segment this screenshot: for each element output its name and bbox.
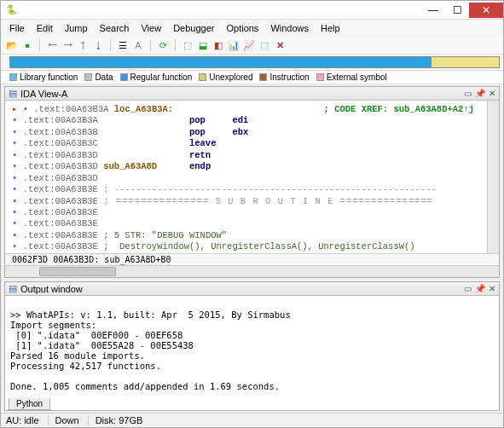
- fwd-icon[interactable]: ⭢: [61, 39, 73, 51]
- legend-label: Library function: [20, 72, 78, 82]
- menu-options[interactable]: Options: [221, 21, 264, 35]
- panel-popout-icon[interactable]: ▭: [464, 284, 472, 293]
- legend-swatch: [316, 73, 324, 81]
- code-line[interactable]: • .text:00A63B3D: [12, 173, 485, 184]
- legend-item: Unexplored: [199, 72, 252, 82]
- menu-help[interactable]: Help: [316, 21, 345, 35]
- code-line[interactable]: • .text:00A63B3D sub_A63A8D endp: [12, 161, 485, 172]
- ida-view-header: ▤ IDA View-A ▭ 📌 ✕: [5, 87, 499, 101]
- ida-view-title: IDA View-A: [20, 89, 67, 99]
- code-line[interactable]: ▸ • .text:00A63B3A loc_A63B3A: ; CODE XR…: [12, 104, 485, 115]
- legend-item: Data: [84, 72, 113, 82]
- legend-label: Instruction: [269, 72, 309, 82]
- app-icon: 🐍: [6, 4, 18, 15]
- code-line[interactable]: • .text:00A63B3B pop ebx: [12, 127, 485, 138]
- statusbar: AU: idle Down Disk: 97GB: [1, 413, 503, 427]
- navband-segment-code[interactable]: [9, 56, 432, 68]
- window-titlebar: 🐍 — ☐ ✕: [1, 1, 503, 20]
- code-line[interactable]: • .text:00A63B3E ; ---------------------…: [12, 184, 485, 195]
- menu-jump[interactable]: Jump: [60, 21, 93, 35]
- hex-icon[interactable]: ☰: [117, 39, 129, 51]
- code-line[interactable]: • .text:00A63B3E ; 5 STR: "DEBUG WINDOW": [12, 230, 485, 241]
- menu-debugger[interactable]: Debugger: [168, 21, 219, 35]
- panel-pin-icon[interactable]: 📌: [475, 89, 485, 98]
- code-line[interactable]: • .text:00A63B3A pop edi: [12, 115, 485, 126]
- legend-label: Unexplored: [209, 72, 252, 82]
- minimize-button[interactable]: —: [421, 3, 445, 18]
- maximize-button[interactable]: ☐: [445, 3, 469, 18]
- disassembly-view[interactable]: ▸ • .text:00A63B3A loc_A63B3A: ; CODE XR…: [5, 101, 487, 253]
- legend-swatch: [120, 73, 128, 81]
- back-icon[interactable]: ⭠: [46, 39, 58, 51]
- flow-icon[interactable]: ⬓: [197, 39, 209, 51]
- menu-windows[interactable]: Windows: [265, 21, 314, 35]
- output-title: Output window: [20, 284, 83, 294]
- delete-icon[interactable]: ✕: [274, 39, 286, 51]
- legend-item: Instruction: [259, 72, 309, 82]
- menu-view[interactable]: View: [136, 21, 166, 35]
- legend-item: Library function: [9, 72, 78, 82]
- graph-icon[interactable]: ◧: [212, 39, 224, 51]
- legend-swatch: [84, 73, 92, 81]
- vertical-scrollbar[interactable]: [487, 101, 499, 253]
- close-button[interactable]: ✕: [469, 3, 503, 18]
- code-line[interactable]: • .text:00A63B3C leave: [12, 138, 485, 149]
- output-header: ▤ Output window ▭ 📌 ✕: [5, 282, 499, 296]
- legend-item: External symbol: [316, 72, 387, 82]
- toolbar: 📂 ● ⭠ ⭢ ⭡ ⭣ ☰ A ⟳ ⬚ ⬓ ◧ 📊 📈 ⬚ ✕: [1, 37, 503, 55]
- status-direction: Down: [48, 415, 79, 425]
- menu-search[interactable]: Search: [95, 21, 135, 35]
- panel-popout-icon[interactable]: ▭: [464, 89, 472, 98]
- code-line[interactable]: • .text:00A63B3D retn: [12, 150, 485, 161]
- open-icon[interactable]: 📂: [6, 39, 18, 51]
- panel-pin-icon[interactable]: 📌: [475, 284, 485, 293]
- legend-swatch: [199, 73, 206, 81]
- down-icon[interactable]: ⭣: [92, 39, 104, 51]
- ida-view-panel: ▤ IDA View-A ▭ 📌 ✕ ▸ • .text:00A63B3A lo…: [4, 86, 500, 278]
- legend-item: Regular function: [120, 72, 193, 82]
- panel-close-icon[interactable]: ✕: [489, 284, 495, 293]
- output-text[interactable]: >> WhatAPIs: v: 1.1, built: Apr 5 2015, …: [5, 296, 499, 398]
- chart2-icon[interactable]: 📈: [243, 39, 255, 51]
- status-disk: Disk: 97GB: [88, 415, 143, 425]
- scroll-thumb[interactable]: [39, 267, 116, 276]
- panel-icon: ▤: [9, 88, 17, 99]
- asm-icon[interactable]: A: [132, 39, 144, 51]
- xref-icon[interactable]: ⬚: [182, 39, 194, 51]
- up-icon[interactable]: ⭡: [77, 39, 89, 51]
- ida-view-status: 0062F3D 00A63B3D: sub_A63A8D+B0: [5, 253, 499, 265]
- chart1-icon[interactable]: 📊: [228, 39, 240, 51]
- separator: [175, 39, 176, 51]
- legend-label: Regular function: [130, 72, 193, 82]
- legend-swatch: [9, 73, 17, 81]
- menu-file[interactable]: File: [4, 21, 30, 35]
- output-panel: ▤ Output window ▭ 📌 ✕ >> WhatAPIs: v: 1.…: [4, 281, 500, 411]
- struct-icon[interactable]: ⬚: [258, 39, 270, 51]
- legend-label: External symbol: [327, 72, 387, 82]
- code-line[interactable]: • .text:00A63B3E ; =============== S U B…: [12, 196, 485, 207]
- panel-icon: ▤: [9, 283, 17, 294]
- code-line[interactable]: • .text:00A63B3E: [12, 218, 485, 229]
- run-icon[interactable]: ●: [21, 39, 33, 51]
- separator: [150, 39, 151, 51]
- status-au: AU: idle: [6, 415, 39, 425]
- menubar: FileEditJumpSearchViewDebuggerOptionsWin…: [1, 20, 503, 37]
- horizontal-scrollbar[interactable]: [5, 265, 499, 277]
- output-tab-python[interactable]: Python: [9, 398, 50, 410]
- menu-edit[interactable]: Edit: [32, 21, 58, 35]
- refresh-icon[interactable]: ⟳: [157, 39, 169, 51]
- legend-swatch: [259, 73, 267, 81]
- separator: [39, 39, 40, 51]
- legend: Library functionDataRegular functionUnex…: [1, 71, 503, 84]
- panel-close-icon[interactable]: ✕: [489, 89, 495, 98]
- legend-label: Data: [95, 72, 113, 82]
- code-line[interactable]: • .text:00A63B3E: [12, 207, 485, 218]
- code-line[interactable]: • .text:00A63B3E ; DestroyWindow(), Unre…: [12, 241, 485, 252]
- navband-segment-data[interactable]: [432, 56, 500, 68]
- separator: [110, 39, 111, 51]
- navband[interactable]: [1, 55, 503, 71]
